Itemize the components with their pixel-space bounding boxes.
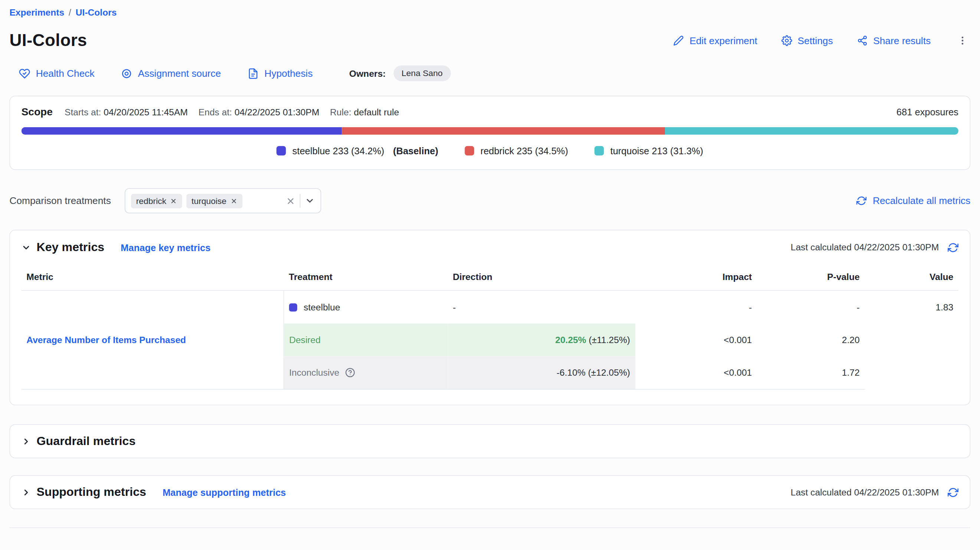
edit-experiment-button[interactable]: Edit experiment xyxy=(673,35,757,46)
turquoise-swatch xyxy=(595,146,604,155)
expand-guardrail-metrics-button[interactable] xyxy=(22,436,31,446)
chevron-right-icon xyxy=(22,487,31,496)
header-actions: Edit experiment Settings Share results xyxy=(673,34,970,48)
breadcrumb-current-link[interactable]: UI-Colors xyxy=(76,8,117,17)
column-value: Value xyxy=(865,264,958,290)
health-check-link[interactable]: Health Check xyxy=(19,68,95,79)
comparison-treatments-label: Comparison treatments xyxy=(9,195,111,206)
scope-ends: Ends at: 04/22/2025 01:30PM xyxy=(199,107,320,117)
comparison-treatments-select[interactable]: redbrick turquoise xyxy=(125,188,321,213)
key-metrics-card: Key metrics Manage key metrics Last calc… xyxy=(9,230,970,405)
value-cell: 2.20 xyxy=(757,323,865,356)
health-check-label: Health Check xyxy=(36,68,95,79)
pvalue-cell: <0.001 xyxy=(635,323,757,356)
page-title: UI-Colors xyxy=(9,31,87,51)
redbrick-swatch xyxy=(465,146,474,155)
scope-head: Scope Starts at: 04/20/2025 11:45AM Ends… xyxy=(22,106,958,117)
legend-item-steelblue: steelblue 233 (34.2%) (Baseline) xyxy=(277,145,438,156)
remove-chip-icon[interactable] xyxy=(170,197,177,204)
gear-icon xyxy=(781,35,792,46)
distribution-legend: steelblue 233 (34.2%) (Baseline) redbric… xyxy=(22,145,958,156)
treatment-chip-turquoise[interactable]: turquoise xyxy=(186,193,242,208)
refresh-icon xyxy=(948,242,958,252)
direction-cell: Desired xyxy=(284,323,448,356)
exposures-count: 681 exposures xyxy=(897,106,958,117)
chevron-down-icon xyxy=(22,243,31,252)
supporting-metrics-title: Supporting metrics xyxy=(37,485,146,499)
manage-key-metrics-link[interactable]: Manage key metrics xyxy=(121,242,210,252)
settings-label: Settings xyxy=(798,35,833,46)
breadcrumb-separator: / xyxy=(68,8,71,17)
owner-badge: Lena Sano xyxy=(393,65,451,81)
refresh-icon xyxy=(856,196,867,206)
section-divider xyxy=(9,527,970,528)
question-circle-icon[interactable] xyxy=(345,368,355,377)
recalculate-label: Recalculate all metrics xyxy=(873,195,970,206)
guardrail-metrics-card: Guardrail metrics xyxy=(9,424,970,458)
impact-cell: - xyxy=(635,290,757,323)
remove-chip-icon[interactable] xyxy=(231,197,237,204)
supporting-metrics-last-calculated: Last calculated 04/22/2025 01:30PM xyxy=(791,487,939,497)
experiment-results-page: Experiments / UI-Colors UI-Colors Edit e… xyxy=(0,0,980,550)
heart-check-icon xyxy=(19,68,30,79)
settings-button[interactable]: Settings xyxy=(781,35,833,46)
key-metrics-header: Key metrics Manage key metrics Last calc… xyxy=(22,240,958,254)
steelblue-swatch xyxy=(277,146,286,155)
treatment-distribution-bar xyxy=(22,127,958,135)
steelblue-swatch xyxy=(289,303,297,311)
clear-all-icon[interactable] xyxy=(286,196,295,206)
share-results-label: Share results xyxy=(873,35,931,46)
hypothesis-link[interactable]: Hypothesis xyxy=(248,68,313,79)
scope-rule: Rule: default rule xyxy=(330,107,399,117)
owners: Owners: Lena Sano xyxy=(349,65,451,81)
expand-supporting-metrics-button[interactable] xyxy=(22,487,31,496)
key-metrics-title: Key metrics xyxy=(37,240,104,254)
pencil-icon xyxy=(673,35,684,46)
value-cell: 1.83 xyxy=(865,290,958,323)
kebab-icon xyxy=(957,35,968,46)
legend-item-turquoise: turquoise 213 (31.3%) xyxy=(595,145,703,156)
supporting-metrics-card: Supporting metrics Manage supporting met… xyxy=(9,475,970,509)
target-icon xyxy=(121,68,132,79)
breadcrumb: Experiments / UI-Colors xyxy=(9,8,970,17)
table-header-row: Metric Treatment Direction Impact P-valu… xyxy=(22,264,958,290)
assignment-source-label: Assignment source xyxy=(138,68,221,79)
scope-card: Scope Starts at: 04/20/2025 11:45AM Ends… xyxy=(9,96,970,170)
recalculate-all-metrics-button[interactable]: Recalculate all metrics xyxy=(856,195,970,206)
metric-name-cell: Average Number of Items Purchased xyxy=(22,290,284,389)
refresh-key-metrics-button[interactable] xyxy=(948,242,958,252)
direction-cell: Inconclusive xyxy=(284,357,448,390)
refresh-icon xyxy=(948,487,958,498)
hypothesis-label: Hypothesis xyxy=(264,68,313,79)
column-direction: Direction xyxy=(448,264,635,290)
column-impact: Impact xyxy=(635,264,757,290)
comparison-row: Comparison treatments redbrick turquoise xyxy=(9,188,970,213)
guardrail-metrics-title: Guardrail metrics xyxy=(37,434,135,448)
assignment-source-link[interactable]: Assignment source xyxy=(121,68,221,79)
distribution-segment-steelblue xyxy=(22,127,342,135)
column-metric: Metric xyxy=(22,264,284,290)
subnav: Health Check Assignment source Hypothesi… xyxy=(9,65,970,81)
manage-supporting-metrics-link[interactable]: Manage supporting metrics xyxy=(162,487,286,498)
chevron-right-icon xyxy=(22,436,31,446)
value-cell: 1.72 xyxy=(757,357,865,390)
scope-title: Scope xyxy=(22,106,53,117)
metric-name-link[interactable]: Average Number of Items Purchased xyxy=(26,335,186,345)
column-treatment: Treatment xyxy=(284,264,448,290)
select-divider xyxy=(300,194,301,208)
impact-cell: 20.25% (±11.25%) xyxy=(448,323,635,356)
share-results-button[interactable]: Share results xyxy=(857,35,931,46)
distribution-segment-turquoise xyxy=(665,127,958,135)
table-row: Average Number of Items Purchased steelb… xyxy=(22,290,958,323)
impact-cell: -6.10% (±12.05%) xyxy=(448,357,635,390)
refresh-supporting-metrics-button[interactable] xyxy=(948,487,958,498)
breadcrumb-experiments-link[interactable]: Experiments xyxy=(9,8,64,17)
direction-cell: - xyxy=(448,290,635,323)
share-icon xyxy=(857,35,867,46)
pvalue-cell: <0.001 xyxy=(635,357,757,390)
page-header: UI-Colors Edit experiment Settings xyxy=(9,31,970,51)
chevron-down-icon[interactable] xyxy=(305,196,315,206)
treatment-chip-redbrick[interactable]: redbrick xyxy=(131,193,182,208)
more-menu-button[interactable] xyxy=(955,34,970,48)
collapse-key-metrics-button[interactable] xyxy=(22,243,31,252)
